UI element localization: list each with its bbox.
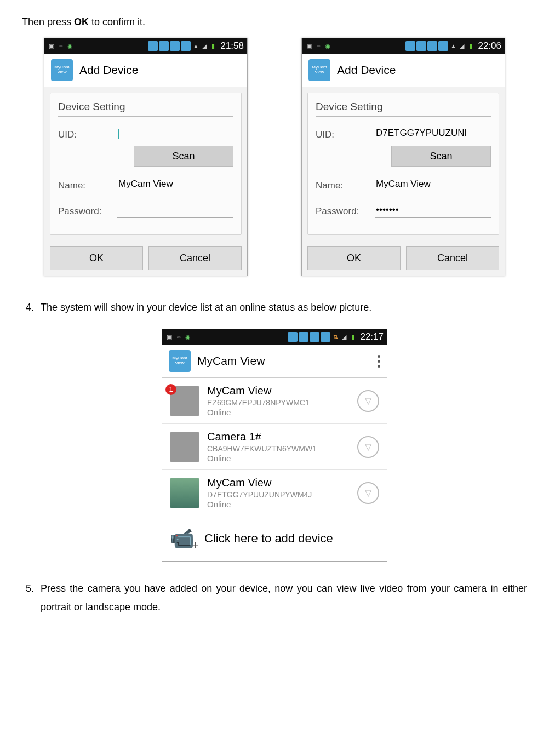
recent-apps xyxy=(288,332,330,342)
name-input[interactable]: MyCam View xyxy=(117,179,233,192)
password-label: Password: xyxy=(316,206,367,217)
title-bar: MyCamView MyCam View xyxy=(162,345,387,378)
app-icon: MyCamView xyxy=(51,59,73,81)
device-uid: CBA9HW7EKWUZTN6YWMW1 xyxy=(207,444,350,453)
device-name: Camera 1# xyxy=(207,431,350,443)
status-time: 22:06 xyxy=(478,41,501,51)
phone-screen-left: ▣ ⎓ ◉ ▲ ◢ ▮ 21:58 MyCamView Add Device D… xyxy=(44,38,248,276)
name-label: Name: xyxy=(58,180,110,191)
panel-title: Device Setting xyxy=(316,101,491,113)
device-name: MyCam View xyxy=(207,477,350,489)
password-input[interactable] xyxy=(117,204,233,218)
wifi-icon: ▲ xyxy=(192,42,199,50)
battery-icon: ▮ xyxy=(467,42,474,50)
add-device-label: Click here to add device xyxy=(204,531,333,546)
device-row[interactable]: 1 MyCam View EZ69GM7EPJU78NPYWMC1 Online… xyxy=(162,378,387,424)
app-icon: MyCamView xyxy=(308,59,330,81)
phone-screen-list: ▣ ⎓ ◉ ⇅ ◢ ▮ 22:17 MyCamView MyCam View 1… xyxy=(162,329,387,562)
signal-icon: ◢ xyxy=(458,42,466,50)
data-icon: ⇅ xyxy=(331,333,339,341)
name-label: Name: xyxy=(316,180,367,191)
device-row[interactable]: Camera 1# CBA9HW7EKWUZTN6YWMW1 Online ▽ xyxy=(162,424,387,470)
device-uid: EZ69GM7EPJU78NPYWMC1 xyxy=(207,398,350,407)
battery-icon: ▮ xyxy=(209,42,217,50)
device-name: MyCam View xyxy=(207,385,350,397)
ok-button[interactable]: OK xyxy=(50,246,143,270)
signal-icon: ◢ xyxy=(201,42,208,50)
device-status: Online xyxy=(207,454,350,463)
expand-icon: ▣ xyxy=(165,333,173,341)
usb-icon: ⎓ xyxy=(314,42,322,50)
uid-input[interactable] xyxy=(117,128,233,141)
device-status: Online xyxy=(207,408,350,417)
status-bar: ▣ ⎓ ◉ ▲ ◢ ▮ 21:58 xyxy=(44,38,247,54)
device-uid: D7ETGG7YPUUZUNPYWM4J xyxy=(207,490,350,499)
password-label: Password: xyxy=(58,206,110,217)
recent-apps xyxy=(405,41,448,51)
phone-screen-right: ▣ ⎓ ◉ ▲ ◢ ▮ 22:06 MyCamView Add Device D… xyxy=(301,38,505,276)
signal-icon: ◢ xyxy=(340,333,348,341)
add-device-row[interactable]: 📹+ Click here to add device xyxy=(162,516,387,561)
expand-icon[interactable]: ▽ xyxy=(357,436,379,458)
notification-badge: 1 xyxy=(165,384,176,395)
menu-icon[interactable] xyxy=(378,355,380,368)
app-icon: MyCamView xyxy=(169,350,191,372)
expand-icon[interactable]: ▽ xyxy=(357,482,379,504)
usb-icon: ⎓ xyxy=(57,42,65,50)
uid-input[interactable]: D7ETGG7YPUUZUNI xyxy=(375,128,491,141)
usb-icon: ⎓ xyxy=(175,333,182,341)
intro-text: Then press OK to confirm it. xyxy=(22,16,527,28)
status-time: 22:17 xyxy=(360,331,384,342)
password-input[interactable]: ••••••• xyxy=(375,204,491,218)
step-5: 5. Press the camera you have added on yo… xyxy=(22,579,527,616)
uid-label: UID: xyxy=(316,129,367,140)
expand-icon: ▣ xyxy=(48,42,55,50)
expand-icon: ▣ xyxy=(305,42,313,50)
divider xyxy=(58,116,233,117)
expand-icon[interactable]: ▽ xyxy=(357,390,379,412)
screen-title: Add Device xyxy=(337,64,396,77)
recent-apps xyxy=(148,41,191,51)
name-input[interactable]: MyCam View xyxy=(375,179,491,192)
status-time: 21:58 xyxy=(220,41,244,51)
screen-title: Add Device xyxy=(79,64,138,77)
panel-title: Device Setting xyxy=(58,101,233,113)
battery-icon: ▮ xyxy=(349,333,357,341)
device-row[interactable]: MyCam View D7ETGG7YPUUZUNPYWM4J Online ▽ xyxy=(162,470,387,516)
step-4: 4. The system will show in your device l… xyxy=(22,298,527,317)
sync-icon: ◉ xyxy=(184,333,192,341)
device-setting-panel: Device Setting UID: D7ETGG7YPUUZUNI Scan… xyxy=(307,93,499,235)
add-camera-icon: 📹+ xyxy=(170,527,195,550)
camera-thumbnail xyxy=(170,478,199,508)
title-bar: MyCamView Add Device xyxy=(302,54,505,87)
sync-icon: ◉ xyxy=(66,42,74,50)
cancel-button[interactable]: Cancel xyxy=(406,246,499,270)
cancel-button[interactable]: Cancel xyxy=(148,246,242,270)
title-bar: MyCamView Add Device xyxy=(44,54,247,87)
ok-button[interactable]: OK xyxy=(307,246,401,270)
status-bar: ▣ ⎓ ◉ ▲ ◢ ▮ 22:06 xyxy=(302,38,505,54)
scan-button[interactable]: Scan xyxy=(134,146,233,167)
device-status: Online xyxy=(207,500,350,509)
camera-thumbnail xyxy=(170,432,199,462)
sync-icon: ◉ xyxy=(324,42,331,50)
uid-label: UID: xyxy=(58,129,110,140)
wifi-icon: ▲ xyxy=(449,42,457,50)
camera-thumbnail: 1 xyxy=(170,386,199,416)
scan-button[interactable]: Scan xyxy=(391,146,491,167)
status-bar: ▣ ⎓ ◉ ⇅ ◢ ▮ 22:17 xyxy=(162,329,387,345)
device-setting-panel: Device Setting UID: Scan Name: MyCam Vie… xyxy=(50,93,242,235)
divider xyxy=(316,116,491,117)
screen-title: MyCam View xyxy=(197,354,265,368)
